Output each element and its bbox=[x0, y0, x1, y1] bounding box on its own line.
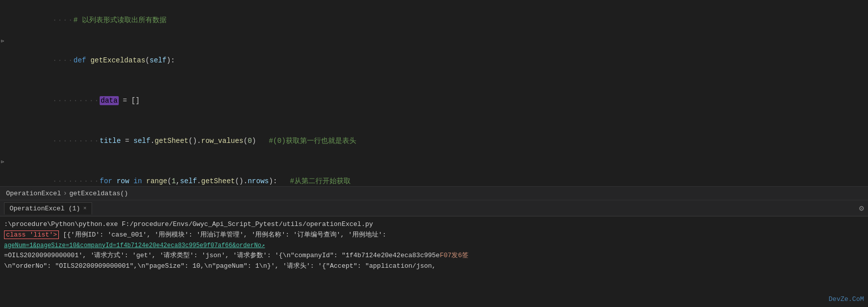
param-self: self bbox=[149, 56, 167, 64]
code-line-4: ·········title = self.getSheet().row_val… bbox=[0, 121, 868, 161]
code-text-4: ·········title = self.getSheet().row_val… bbox=[25, 121, 868, 161]
var-data-highlight: data bbox=[100, 96, 119, 105]
term-partial: F07发6签 bbox=[440, 252, 468, 259]
code-text-2: ····def getExceldatas(self): bbox=[25, 41, 868, 80]
dot-indent: ········· bbox=[52, 137, 100, 145]
num: 0 bbox=[248, 137, 252, 145]
terminal-tab-operationexcel[interactable]: OperationExcel (1) × bbox=[4, 202, 92, 214]
terminal-line-3: ageNum=1&pageSize=10&companyId=1f4b7124e… bbox=[4, 241, 864, 251]
keyword-def: def bbox=[73, 56, 91, 64]
punct: (). bbox=[189, 137, 201, 145]
comment: #(0)获取第一行也就是表头 bbox=[269, 137, 356, 145]
code-line-3: ·········data = [] bbox=[0, 81, 868, 121]
method: getSheet bbox=[201, 177, 235, 185]
self: self bbox=[133, 137, 150, 145]
dot-indent: ···· bbox=[52, 56, 73, 64]
comment: #从第二行开始获取 bbox=[290, 177, 350, 185]
punct: ( bbox=[244, 137, 248, 145]
fold-arrow[interactable]: ⊳ bbox=[1, 38, 5, 44]
self: self bbox=[180, 177, 197, 185]
gear-icon[interactable]: ⚙ bbox=[859, 203, 864, 213]
punct: (). bbox=[235, 177, 248, 185]
dot-indent: ········· bbox=[52, 97, 100, 105]
code-line-2: ⊳ ····def getExceldatas(self): bbox=[0, 40, 868, 81]
terminal-line-5: \n"orderNo": "OILS20200909000001",\n"pag… bbox=[4, 261, 864, 272]
terminal-line-4: =OILS20200909000001', '请求方式': 'get', '请求… bbox=[4, 251, 864, 261]
fn-range: range bbox=[146, 177, 167, 185]
code-text-5: ·········for row in range(1,self.getShee… bbox=[25, 162, 868, 186]
term-output: [{'用例ID': 'case_001', '用例模块': '用油订单管理', … bbox=[59, 231, 386, 239]
punct: . bbox=[197, 177, 201, 185]
code-editor: ····# 以列表形式读取出所有数据 ⊳ ····def getExceldat… bbox=[0, 0, 868, 186]
watermark: DevZe.CoM bbox=[829, 295, 864, 303]
op: = bbox=[121, 137, 133, 145]
term-url-link[interactable]: ageNum=1&pageSize=10&companyId=1f4b7124e… bbox=[4, 242, 265, 249]
terminal-panel: OperationExcel (1) × ⚙ :\procedure\Pytho… bbox=[0, 200, 868, 306]
method: getSheet bbox=[154, 137, 188, 145]
terminal-line-1: :\procedure\Python\python.exe F:/procedu… bbox=[4, 219, 864, 230]
term-output3: \n"orderNo": "OILS20200909000001",\n"pag… bbox=[4, 262, 436, 270]
breadcrumb-part1[interactable]: OperationExcel bbox=[6, 190, 61, 197]
keyword-in: in bbox=[133, 177, 146, 185]
terminal-content: :\procedure\Python\python.exe F:/procedu… bbox=[0, 216, 868, 275]
punct: , bbox=[176, 177, 180, 185]
class-list-error: class 'list'> bbox=[4, 231, 59, 239]
terminal-tab-label: OperationExcel (1) bbox=[10, 205, 80, 212]
var-row: row bbox=[117, 177, 134, 185]
breadcrumb-bar: OperationExcel › getExceldatas() bbox=[0, 186, 868, 200]
code-line-5: ⊳ ·········for row in range(1,self.getSh… bbox=[0, 161, 868, 186]
comment: # 以列表形式读取出所有数据 bbox=[73, 16, 167, 24]
fold-arrow[interactable]: ⊳ bbox=[1, 159, 5, 165]
breadcrumb-separator: › bbox=[63, 189, 67, 197]
breadcrumb-part2[interactable]: getExceldatas() bbox=[69, 190, 128, 197]
punct: ) bbox=[252, 137, 269, 145]
punct: ): bbox=[167, 56, 175, 64]
code-line-1: ····# 以列表形式读取出所有数据 bbox=[0, 0, 868, 40]
keyword-for: for bbox=[100, 177, 117, 185]
assign: = [] bbox=[119, 97, 140, 105]
var-title: title bbox=[100, 137, 121, 145]
punct: ( bbox=[168, 177, 172, 185]
dot-indent: ···· bbox=[52, 16, 73, 24]
dot-indent: ········· bbox=[52, 177, 100, 185]
method2: row_values bbox=[201, 137, 244, 145]
term-output2: =OILS20200909000001', '请求方式': 'get', '请求… bbox=[4, 252, 440, 259]
terminal-line-2: class 'list'> [{'用例ID': 'case_001', '用例模… bbox=[4, 230, 864, 241]
attr-nrows: nrows bbox=[248, 177, 269, 185]
punct: ): bbox=[269, 177, 290, 185]
term-path: :\procedure\Python\python.exe F:/procedu… bbox=[4, 220, 373, 228]
code-text-3: ·········data = [] bbox=[25, 81, 868, 120]
punct: ( bbox=[145, 56, 149, 64]
code-text-1: ····# 以列表形式读取出所有数据 bbox=[25, 1, 868, 40]
fn-name: getExceldatas bbox=[91, 56, 145, 64]
terminal-tab-bar: OperationExcel (1) × ⚙ bbox=[0, 200, 868, 216]
terminal-tab-close[interactable]: × bbox=[83, 205, 87, 211]
